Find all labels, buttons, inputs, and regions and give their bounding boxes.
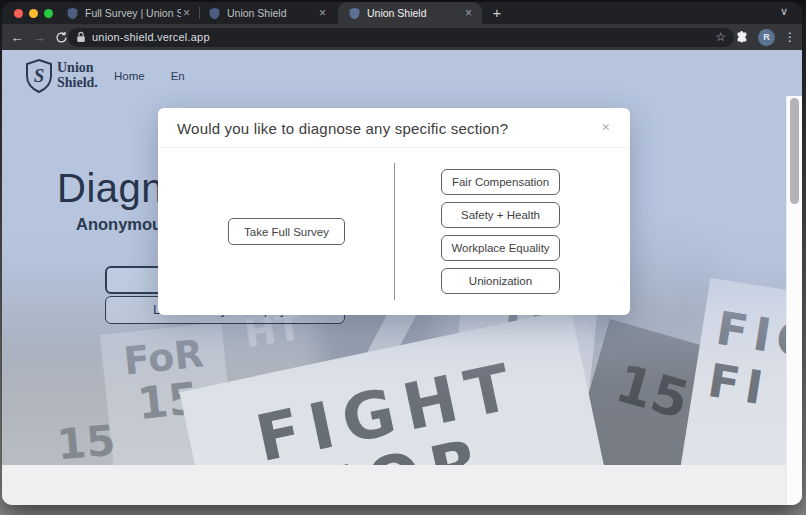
nav-item-home[interactable]: Home bbox=[114, 70, 145, 82]
modal-title: Would you like to diagnose any specific … bbox=[177, 120, 508, 137]
footer-section bbox=[2, 465, 802, 505]
web-page: FOR 15 FoR 15 HT 15 15 FIGHT FOR FIG FI bbox=[2, 50, 802, 505]
tab-close-icon[interactable]: × bbox=[463, 7, 474, 19]
svg-text:S: S bbox=[34, 65, 45, 86]
logo-text: Union Shield. bbox=[57, 61, 98, 90]
window-controls bbox=[14, 9, 53, 18]
shield-favicon-icon bbox=[66, 7, 79, 20]
bookmark-star-icon[interactable]: ☆ bbox=[715, 30, 726, 44]
tab-title: Union Shield bbox=[367, 7, 427, 19]
browser-toolbar: ← → union-shield.vercel.app ☆ R ⋮ bbox=[2, 24, 802, 50]
take-full-survey-button[interactable]: Take Full Survey bbox=[228, 218, 345, 245]
logo-line2: Shield. bbox=[57, 76, 98, 91]
browser-window: Full Survey | Union Shield × Union Shiel… bbox=[2, 2, 802, 505]
safety-health-button[interactable]: Safety + Health bbox=[441, 202, 560, 228]
new-tab-button[interactable]: + bbox=[488, 4, 506, 22]
tab-full-survey[interactable]: Full Survey | Union Shield × bbox=[60, 2, 200, 24]
modal-close-icon[interactable]: × bbox=[602, 119, 610, 135]
address-bar[interactable]: union-shield.vercel.app ☆ bbox=[68, 28, 734, 47]
tab-title: Full Survey | Union Shield bbox=[85, 7, 181, 19]
logo-line1: Union bbox=[57, 61, 98, 76]
shield-favicon-icon bbox=[348, 7, 361, 20]
close-window-button[interactable] bbox=[14, 9, 23, 18]
tab-separator bbox=[199, 7, 200, 19]
reload-icon bbox=[55, 31, 68, 44]
unionization-button[interactable]: Unionization bbox=[441, 268, 560, 294]
tab-close-icon[interactable]: × bbox=[181, 7, 192, 19]
tab-union-shield-2[interactable]: Union Shield × bbox=[202, 2, 336, 24]
minimize-window-button[interactable] bbox=[29, 9, 38, 18]
lock-icon bbox=[76, 31, 86, 43]
tab-title: Union Shield bbox=[227, 7, 287, 19]
tab-union-shield-active[interactable]: Union Shield × bbox=[338, 2, 482, 24]
scrollbar-thumb[interactable] bbox=[790, 98, 799, 204]
nav-item-clipped[interactable]: En bbox=[171, 70, 185, 82]
url-text: union-shield.vercel.app bbox=[92, 31, 210, 43]
modal-divider bbox=[394, 163, 395, 300]
toolbar-right-controls: R ⋮ bbox=[735, 24, 796, 50]
back-button[interactable]: ← bbox=[6, 30, 28, 45]
workplace-equality-button[interactable]: Workplace Equality bbox=[441, 235, 560, 261]
extensions-puzzle-icon[interactable] bbox=[735, 30, 749, 44]
shield-favicon-icon bbox=[208, 7, 221, 20]
forward-button[interactable]: → bbox=[28, 30, 50, 45]
fullscreen-window-button[interactable] bbox=[44, 9, 53, 18]
tab-search-chevron-icon[interactable]: ∨ bbox=[780, 5, 788, 18]
union-shield-logo-icon: S bbox=[24, 58, 54, 94]
diagnose-modal: Would you like to diagnose any specific … bbox=[158, 108, 630, 315]
browser-menu-icon[interactable]: ⋮ bbox=[784, 30, 796, 44]
main-nav: Home En bbox=[114, 70, 185, 82]
profile-avatar[interactable]: R bbox=[758, 29, 775, 46]
fair-compensation-button[interactable]: Fair Compensation bbox=[441, 169, 560, 195]
scrollbar-track[interactable] bbox=[786, 96, 802, 505]
site-logo[interactable]: S Union Shield. bbox=[24, 58, 98, 94]
tab-strip: Full Survey | Union Shield × Union Shiel… bbox=[2, 2, 802, 24]
tab-close-icon[interactable]: × bbox=[317, 7, 328, 19]
